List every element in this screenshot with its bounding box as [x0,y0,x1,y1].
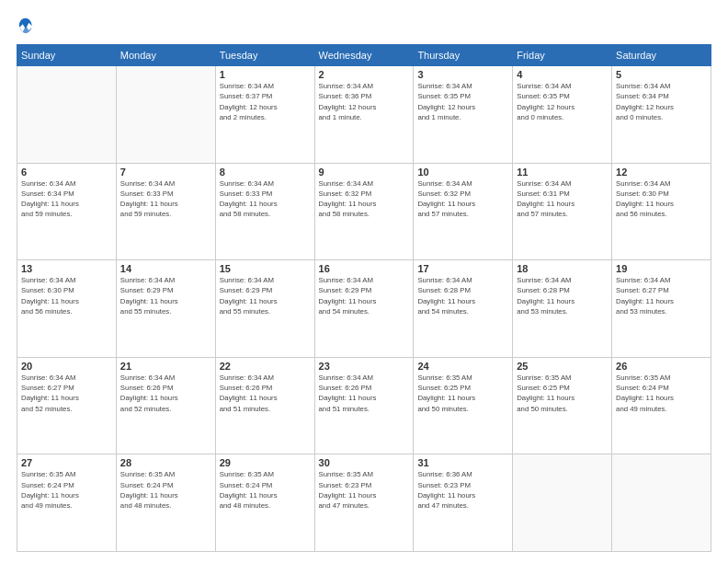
calendar-cell: 9Sunrise: 6:34 AM Sunset: 6:32 PM Daylig… [314,163,414,260]
day-info: Sunrise: 6:34 AM Sunset: 6:34 PM Dayligh… [616,81,707,122]
weekday-header: Thursday [414,45,513,66]
calendar-cell: 1Sunrise: 6:34 AM Sunset: 6:37 PM Daylig… [215,66,314,164]
weekday-header: Friday [513,45,612,66]
calendar-cell: 25Sunrise: 6:35 AM Sunset: 6:25 PM Dayli… [513,357,612,454]
day-number: 3 [417,69,508,80]
calendar-cell [116,66,215,164]
calendar-cell: 23Sunrise: 6:34 AM Sunset: 6:26 PM Dayli… [314,357,414,454]
day-number: 7 [120,167,211,178]
day-number: 9 [319,167,410,178]
day-number: 18 [517,263,608,274]
calendar-cell: 29Sunrise: 6:35 AM Sunset: 6:24 PM Dayli… [215,454,314,552]
calendar-cell: 5Sunrise: 6:34 AM Sunset: 6:34 PM Daylig… [612,66,711,164]
calendar-cell: 24Sunrise: 6:35 AM Sunset: 6:25 PM Dayli… [414,357,513,454]
day-info: Sunrise: 6:34 AM Sunset: 6:33 PM Dayligh… [120,178,211,220]
calendar-week-row: 13Sunrise: 6:34 AM Sunset: 6:30 PM Dayli… [17,260,711,358]
calendar-cell: 7Sunrise: 6:34 AM Sunset: 6:33 PM Daylig… [116,163,215,260]
day-info: Sunrise: 6:35 AM Sunset: 6:23 PM Dayligh… [319,469,410,511]
header [17,17,711,35]
day-number: 21 [120,361,211,372]
calendar-week-row: 1Sunrise: 6:34 AM Sunset: 6:37 PM Daylig… [17,66,711,164]
day-info: Sunrise: 6:34 AM Sunset: 6:29 PM Dayligh… [220,275,311,316]
day-info: Sunrise: 6:34 AM Sunset: 6:32 PM Dayligh… [417,178,508,220]
day-number: 27 [21,457,112,468]
day-info: Sunrise: 6:35 AM Sunset: 6:24 PM Dayligh… [120,469,211,511]
day-info: Sunrise: 6:34 AM Sunset: 6:26 PM Dayligh… [120,373,211,414]
calendar-cell: 14Sunrise: 6:34 AM Sunset: 6:29 PM Dayli… [116,260,215,358]
weekday-header: Monday [116,45,215,66]
day-number: 8 [220,167,311,178]
day-info: Sunrise: 6:34 AM Sunset: 6:30 PM Dayligh… [21,275,112,316]
day-info: Sunrise: 6:34 AM Sunset: 6:35 PM Dayligh… [517,81,608,122]
weekday-header: Saturday [612,45,711,66]
calendar-cell: 22Sunrise: 6:34 AM Sunset: 6:26 PM Dayli… [215,357,314,454]
day-info: Sunrise: 6:34 AM Sunset: 6:36 PM Dayligh… [319,81,410,122]
day-info: Sunrise: 6:35 AM Sunset: 6:24 PM Dayligh… [21,469,112,511]
day-number: 17 [417,263,508,274]
weekday-header: Wednesday [314,45,414,66]
page: SundayMondayTuesdayWednesdayThursdayFrid… [0,0,728,563]
day-number: 14 [120,263,211,274]
day-number: 1 [220,69,311,80]
day-info: Sunrise: 6:34 AM Sunset: 6:31 PM Dayligh… [517,178,608,220]
calendar-cell [612,454,711,552]
calendar-cell [513,454,612,552]
day-number: 28 [120,457,211,468]
day-info: Sunrise: 6:35 AM Sunset: 6:25 PM Dayligh… [517,373,608,414]
day-number: 30 [319,457,410,468]
calendar-cell: 2Sunrise: 6:34 AM Sunset: 6:36 PM Daylig… [314,66,414,164]
calendar-cell [17,66,117,164]
day-info: Sunrise: 6:36 AM Sunset: 6:23 PM Dayligh… [417,469,508,511]
calendar-cell: 21Sunrise: 6:34 AM Sunset: 6:26 PM Dayli… [116,357,215,454]
day-number: 26 [616,361,707,372]
calendar-cell: 6Sunrise: 6:34 AM Sunset: 6:34 PM Daylig… [17,163,117,260]
day-info: Sunrise: 6:34 AM Sunset: 6:26 PM Dayligh… [220,373,311,414]
day-number: 24 [417,361,508,372]
day-number: 11 [517,167,608,178]
logo-area [17,17,42,35]
day-number: 12 [616,167,707,178]
calendar-cell: 15Sunrise: 6:34 AM Sunset: 6:29 PM Dayli… [215,260,314,358]
calendar-cell: 28Sunrise: 6:35 AM Sunset: 6:24 PM Dayli… [116,454,215,552]
calendar-table: SundayMondayTuesdayWednesdayThursdayFrid… [17,44,711,552]
calendar-cell: 27Sunrise: 6:35 AM Sunset: 6:24 PM Dayli… [17,454,117,552]
weekday-header: Tuesday [215,45,314,66]
day-number: 4 [517,69,608,80]
calendar-cell: 17Sunrise: 6:34 AM Sunset: 6:28 PM Dayli… [414,260,513,358]
calendar-cell: 20Sunrise: 6:34 AM Sunset: 6:27 PM Dayli… [17,357,117,454]
day-info: Sunrise: 6:34 AM Sunset: 6:32 PM Dayligh… [319,178,410,220]
calendar-cell: 13Sunrise: 6:34 AM Sunset: 6:30 PM Dayli… [17,260,117,358]
logo [17,17,42,35]
day-number: 25 [517,361,608,372]
day-info: Sunrise: 6:34 AM Sunset: 6:35 PM Dayligh… [417,81,508,122]
weekday-header: Sunday [17,45,117,66]
day-info: Sunrise: 6:35 AM Sunset: 6:24 PM Dayligh… [220,469,311,511]
day-info: Sunrise: 6:34 AM Sunset: 6:26 PM Dayligh… [319,373,410,414]
day-info: Sunrise: 6:34 AM Sunset: 6:33 PM Dayligh… [220,178,311,220]
day-info: Sunrise: 6:34 AM Sunset: 6:28 PM Dayligh… [517,275,608,316]
calendar-cell: 16Sunrise: 6:34 AM Sunset: 6:29 PM Dayli… [314,260,414,358]
calendar-cell: 10Sunrise: 6:34 AM Sunset: 6:32 PM Dayli… [414,163,513,260]
calendar-cell: 3Sunrise: 6:34 AM Sunset: 6:35 PM Daylig… [414,66,513,164]
calendar-header-row: SundayMondayTuesdayWednesdayThursdayFrid… [17,45,711,66]
day-info: Sunrise: 6:34 AM Sunset: 6:29 PM Dayligh… [120,275,211,316]
day-info: Sunrise: 6:34 AM Sunset: 6:27 PM Dayligh… [21,373,112,414]
calendar-week-row: 27Sunrise: 6:35 AM Sunset: 6:24 PM Dayli… [17,454,711,552]
day-info: Sunrise: 6:34 AM Sunset: 6:34 PM Dayligh… [21,178,112,220]
calendar-week-row: 20Sunrise: 6:34 AM Sunset: 6:27 PM Dayli… [17,357,711,454]
calendar-cell: 26Sunrise: 6:35 AM Sunset: 6:24 PM Dayli… [612,357,711,454]
day-info: Sunrise: 6:34 AM Sunset: 6:37 PM Dayligh… [220,81,311,122]
day-number: 5 [616,69,707,80]
calendar-cell: 12Sunrise: 6:34 AM Sunset: 6:30 PM Dayli… [612,163,711,260]
day-info: Sunrise: 6:35 AM Sunset: 6:25 PM Dayligh… [417,373,508,414]
day-number: 31 [417,457,508,468]
calendar-cell: 19Sunrise: 6:34 AM Sunset: 6:27 PM Dayli… [612,260,711,358]
day-info: Sunrise: 6:35 AM Sunset: 6:24 PM Dayligh… [616,373,707,414]
day-number: 22 [220,361,311,372]
logo-icon [17,17,35,35]
day-number: 23 [319,361,410,372]
day-info: Sunrise: 6:34 AM Sunset: 6:30 PM Dayligh… [616,178,707,220]
day-info: Sunrise: 6:34 AM Sunset: 6:29 PM Dayligh… [319,275,410,316]
day-number: 20 [21,361,112,372]
day-info: Sunrise: 6:34 AM Sunset: 6:27 PM Dayligh… [616,275,707,316]
